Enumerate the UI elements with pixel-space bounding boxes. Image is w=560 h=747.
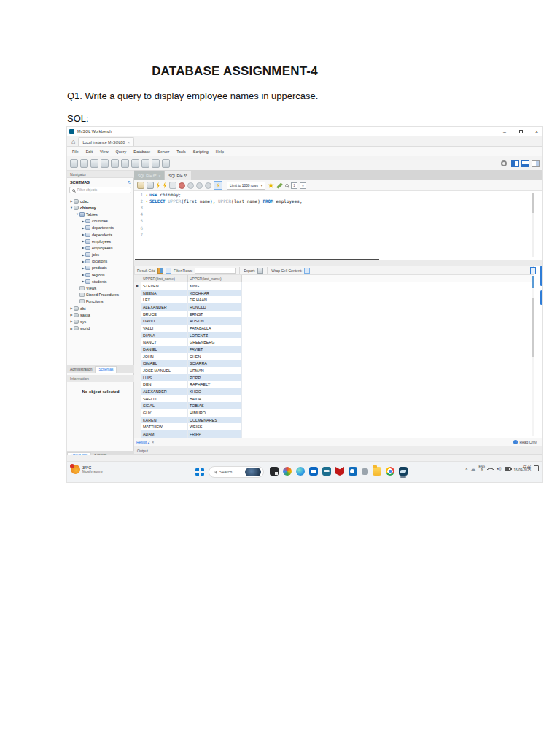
cell-first-name[interactable]: MATTHEW: [141, 423, 188, 430]
code-line[interactable]: 2•SELECT UPPER(first_name), UPPER(last_n…: [134, 198, 537, 204]
open-script-icon[interactable]: [137, 182, 144, 189]
photos-icon[interactable]: [270, 467, 279, 476]
cell-last-name[interactable]: BAIDA: [188, 395, 242, 403]
cell-first-name[interactable]: ISMAEL: [141, 360, 188, 367]
wrap-cell-icon[interactable]: [304, 268, 310, 274]
clock[interactable]: 15:22 16-09-2025: [514, 465, 532, 473]
output-panel-toggle[interactable]: [521, 160, 529, 167]
cell-first-name[interactable]: DIANA: [141, 332, 188, 339]
grid-view-icon[interactable]: [158, 268, 163, 274]
limit-rows-dropdown[interactable]: Limit to 1000 rows ▾: [227, 182, 265, 190]
cell-first-name[interactable]: KAREN: [141, 417, 188, 424]
sql-editor[interactable]: 1•use chinmay;2•SELECT UPPER(first_name)…: [134, 191, 537, 259]
table-row[interactable]: DAVIDAUSTIN: [134, 317, 534, 325]
cell-first-name[interactable]: LEX: [141, 296, 188, 303]
cell-first-name[interactable]: ADAM: [141, 430, 188, 438]
minimize-button[interactable]: –: [500, 127, 509, 136]
find-icon[interactable]: [285, 184, 289, 187]
tree-item-functions[interactable]: Functions: [67, 298, 134, 305]
new-query-icon[interactable]: [80, 159, 88, 168]
tree-item-chinmay[interactable]: ▼chinmay: [67, 204, 134, 211]
connection-tab[interactable]: Local instance MySQL80 ×: [78, 137, 134, 146]
code-line[interactable]: 6: [134, 225, 537, 231]
tab-schemas[interactable]: Schemas: [95, 366, 117, 373]
editor-tab-sql-file-6[interactable]: SQL File 6* ×: [134, 171, 164, 180]
cell-last-name[interactable]: HIMURO: [188, 409, 242, 417]
table-row[interactable]: BRUCEERNST: [134, 311, 534, 318]
cell-last-name[interactable]: ERNST: [188, 311, 242, 318]
create-view-icon[interactable]: [121, 159, 129, 168]
wifi-icon[interactable]: [487, 465, 494, 473]
side-panel-strip2-icon[interactable]: [540, 290, 542, 305]
table-row[interactable]: GUYHIMURO: [134, 409, 534, 417]
code-line[interactable]: 4: [134, 212, 537, 218]
cell-first-name[interactable]: DANIEL: [141, 346, 188, 353]
mcafee-icon[interactable]: [335, 467, 344, 476]
menu-database[interactable]: Database: [130, 150, 154, 154]
tree-item-world[interactable]: ▶world: [67, 325, 134, 332]
cell-last-name[interactable]: KHOO: [188, 388, 242, 395]
editor-tab-close-icon[interactable]: ×: [158, 174, 160, 178]
addin-icon[interactable]: [362, 468, 368, 475]
explain-icon[interactable]: [169, 182, 176, 189]
cell-first-name[interactable]: DAVID: [141, 317, 188, 325]
cell-last-name[interactable]: FAVIET: [188, 346, 242, 353]
close-button[interactable]: ×: [532, 127, 541, 136]
result-side-panel-icon[interactable]: [530, 267, 536, 274]
table-row[interactable]: NANCYGREENBERG: [134, 338, 534, 346]
tree-item-locations[interactable]: ▶locations: [67, 258, 134, 265]
column-header-last-name[interactable]: UPPER(last_name): [188, 275, 242, 282]
sort-icon[interactable]: [166, 268, 171, 274]
cell-last-name[interactable]: DE HAAN: [188, 296, 242, 303]
secondary-sidebar-toggle[interactable]: [532, 160, 540, 167]
editor-tab-sql-file-5[interactable]: SQL File 5*: [164, 171, 190, 180]
table-row[interactable]: JOHNCHEN: [134, 353, 534, 360]
result-grid[interactable]: ▶STEVENKINGNEENAKOCHHARLEXDE HAANALEXAND…: [134, 282, 534, 438]
cell-first-name[interactable]: JOSE MANUEL: [141, 367, 188, 374]
tree-item-countries[interactable]: ▶countries: [67, 218, 134, 225]
tree-item-dbt[interactable]: ▶dbt: [67, 305, 134, 311]
export-icon[interactable]: [257, 268, 263, 274]
tree-item-sys[interactable]: ▶sys: [67, 318, 134, 325]
chrome-icon[interactable]: [386, 467, 394, 476]
tray-chevron-up-icon[interactable]: ∧: [465, 466, 468, 471]
tree-item-dependents[interactable]: ▶dependents: [67, 231, 134, 238]
execute-icon[interactable]: [156, 182, 160, 189]
connection-tab-close-icon[interactable]: ×: [128, 140, 130, 144]
grid-scrollbar[interactable]: [532, 276, 534, 436]
table-row[interactable]: KARENCOLMENARES: [134, 417, 534, 424]
table-row[interactable]: LEXDE HAAN: [134, 296, 534, 303]
notification-center-icon[interactable]: [534, 465, 539, 471]
table-row[interactable]: LUISPOPP: [134, 374, 534, 382]
cell-last-name[interactable]: TOBIAS: [188, 402, 242, 409]
cell-first-name[interactable]: NANCY: [141, 338, 188, 346]
taskbar-search[interactable]: Search: [209, 466, 264, 478]
weather-widget[interactable]: 34°C Mostly sunny: [71, 465, 103, 474]
create-function-icon[interactable]: [141, 159, 149, 168]
result-tab-close-icon[interactable]: ×: [152, 440, 154, 444]
tree-item-cdac[interactable]: ▶cdac: [67, 198, 134, 204]
table-row[interactable]: ISMAELSCIARRA: [134, 360, 534, 367]
create-procedure-icon[interactable]: [131, 159, 139, 168]
table-row[interactable]: SIGALTOBIAS: [134, 402, 534, 409]
search-data-icon[interactable]: [152, 159, 160, 168]
rollback-icon[interactable]: [196, 182, 203, 189]
cell-last-name[interactable]: KING: [188, 282, 242, 290]
create-schema-icon[interactable]: [101, 159, 109, 168]
save-script-icon[interactable]: [147, 182, 154, 189]
output-panel-header[interactable]: Output: [134, 446, 542, 455]
code-line[interactable]: 1•use chinmay;: [134, 191, 537, 198]
cell-last-name[interactable]: RAPHAELY: [188, 381, 242, 388]
table-row[interactable]: DANIELFAVIET: [134, 346, 534, 353]
home-icon[interactable]: ⌂: [71, 138, 75, 145]
tree-item-sakila[interactable]: ▶sakila: [67, 311, 134, 318]
editor-scrollbar[interactable]: [532, 193, 534, 257]
reconnect-icon[interactable]: [162, 159, 170, 168]
cell-last-name[interactable]: FRIPP: [188, 430, 242, 438]
cell-last-name[interactable]: HUNOLD: [188, 303, 242, 311]
cell-last-name[interactable]: SCIARRA: [188, 360, 242, 367]
volume-icon[interactable]: ◄)): [496, 467, 501, 471]
menu-edit[interactable]: Edit: [82, 150, 96, 154]
cell-first-name[interactable]: ALEXANDER: [141, 303, 188, 311]
copilot-icon[interactable]: [283, 467, 292, 476]
